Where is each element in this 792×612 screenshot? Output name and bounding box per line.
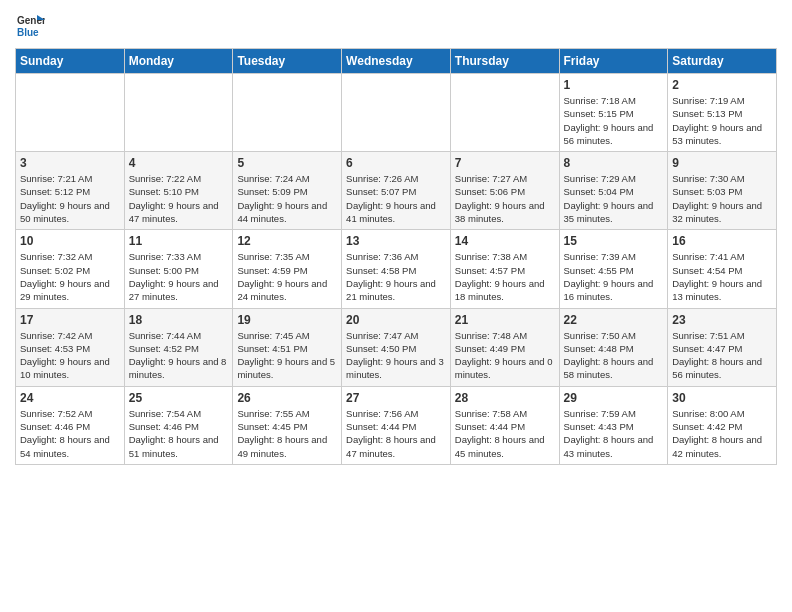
calendar-cell: 2Sunrise: 7:19 AMSunset: 5:13 PMDaylight…: [668, 74, 777, 152]
day-info: Sunrise: 7:59 AMSunset: 4:43 PMDaylight:…: [564, 407, 664, 460]
day-info: Sunrise: 7:38 AMSunset: 4:57 PMDaylight:…: [455, 250, 555, 303]
svg-text:General: General: [17, 15, 45, 26]
day-info: Sunrise: 7:18 AMSunset: 5:15 PMDaylight:…: [564, 94, 664, 147]
calendar-cell: [342, 74, 451, 152]
calendar-cell: [124, 74, 233, 152]
calendar-cell: 30Sunrise: 8:00 AMSunset: 4:42 PMDayligh…: [668, 386, 777, 464]
col-header-tuesday: Tuesday: [233, 49, 342, 74]
calendar-cell: 19Sunrise: 7:45 AMSunset: 4:51 PMDayligh…: [233, 308, 342, 386]
day-number: 12: [237, 234, 337, 248]
day-number: 7: [455, 156, 555, 170]
day-info: Sunrise: 7:50 AMSunset: 4:48 PMDaylight:…: [564, 329, 664, 382]
calendar-cell: 14Sunrise: 7:38 AMSunset: 4:57 PMDayligh…: [450, 230, 559, 308]
col-header-thursday: Thursday: [450, 49, 559, 74]
calendar-cell: 17Sunrise: 7:42 AMSunset: 4:53 PMDayligh…: [16, 308, 125, 386]
col-header-monday: Monday: [124, 49, 233, 74]
calendar-cell: 20Sunrise: 7:47 AMSunset: 4:50 PMDayligh…: [342, 308, 451, 386]
day-info: Sunrise: 7:27 AMSunset: 5:06 PMDaylight:…: [455, 172, 555, 225]
day-info: Sunrise: 7:54 AMSunset: 4:46 PMDaylight:…: [129, 407, 229, 460]
day-info: Sunrise: 7:42 AMSunset: 4:53 PMDaylight:…: [20, 329, 120, 382]
day-info: Sunrise: 7:26 AMSunset: 5:07 PMDaylight:…: [346, 172, 446, 225]
day-number: 22: [564, 313, 664, 327]
day-number: 1: [564, 78, 664, 92]
svg-text:Blue: Blue: [17, 27, 39, 38]
day-info: Sunrise: 7:19 AMSunset: 5:13 PMDaylight:…: [672, 94, 772, 147]
calendar-cell: 22Sunrise: 7:50 AMSunset: 4:48 PMDayligh…: [559, 308, 668, 386]
day-info: Sunrise: 7:36 AMSunset: 4:58 PMDaylight:…: [346, 250, 446, 303]
calendar-cell: 28Sunrise: 7:58 AMSunset: 4:44 PMDayligh…: [450, 386, 559, 464]
day-number: 20: [346, 313, 446, 327]
day-info: Sunrise: 7:30 AMSunset: 5:03 PMDaylight:…: [672, 172, 772, 225]
day-info: Sunrise: 7:47 AMSunset: 4:50 PMDaylight:…: [346, 329, 446, 382]
day-number: 18: [129, 313, 229, 327]
day-info: Sunrise: 7:24 AMSunset: 5:09 PMDaylight:…: [237, 172, 337, 225]
day-number: 9: [672, 156, 772, 170]
day-info: Sunrise: 7:39 AMSunset: 4:55 PMDaylight:…: [564, 250, 664, 303]
day-number: 5: [237, 156, 337, 170]
day-info: Sunrise: 8:00 AMSunset: 4:42 PMDaylight:…: [672, 407, 772, 460]
calendar-cell: 5Sunrise: 7:24 AMSunset: 5:09 PMDaylight…: [233, 152, 342, 230]
day-number: 26: [237, 391, 337, 405]
day-number: 28: [455, 391, 555, 405]
day-number: 8: [564, 156, 664, 170]
col-header-saturday: Saturday: [668, 49, 777, 74]
day-info: Sunrise: 7:32 AMSunset: 5:02 PMDaylight:…: [20, 250, 120, 303]
calendar-cell: 18Sunrise: 7:44 AMSunset: 4:52 PMDayligh…: [124, 308, 233, 386]
col-header-wednesday: Wednesday: [342, 49, 451, 74]
logo: General Blue: [15, 10, 49, 40]
day-info: Sunrise: 7:51 AMSunset: 4:47 PMDaylight:…: [672, 329, 772, 382]
day-info: Sunrise: 7:55 AMSunset: 4:45 PMDaylight:…: [237, 407, 337, 460]
day-info: Sunrise: 7:58 AMSunset: 4:44 PMDaylight:…: [455, 407, 555, 460]
day-number: 15: [564, 234, 664, 248]
day-number: 2: [672, 78, 772, 92]
calendar-cell: 15Sunrise: 7:39 AMSunset: 4:55 PMDayligh…: [559, 230, 668, 308]
calendar-cell: 24Sunrise: 7:52 AMSunset: 4:46 PMDayligh…: [16, 386, 125, 464]
day-number: 23: [672, 313, 772, 327]
day-number: 24: [20, 391, 120, 405]
day-info: Sunrise: 7:29 AMSunset: 5:04 PMDaylight:…: [564, 172, 664, 225]
day-number: 21: [455, 313, 555, 327]
calendar-cell: 9Sunrise: 7:30 AMSunset: 5:03 PMDaylight…: [668, 152, 777, 230]
day-number: 19: [237, 313, 337, 327]
day-number: 14: [455, 234, 555, 248]
calendar-cell: 25Sunrise: 7:54 AMSunset: 4:46 PMDayligh…: [124, 386, 233, 464]
day-info: Sunrise: 7:56 AMSunset: 4:44 PMDaylight:…: [346, 407, 446, 460]
calendar-cell: 26Sunrise: 7:55 AMSunset: 4:45 PMDayligh…: [233, 386, 342, 464]
calendar-cell: [450, 74, 559, 152]
day-number: 17: [20, 313, 120, 327]
calendar-cell: 10Sunrise: 7:32 AMSunset: 5:02 PMDayligh…: [16, 230, 125, 308]
calendar-cell: 23Sunrise: 7:51 AMSunset: 4:47 PMDayligh…: [668, 308, 777, 386]
day-info: Sunrise: 7:21 AMSunset: 5:12 PMDaylight:…: [20, 172, 120, 225]
day-info: Sunrise: 7:48 AMSunset: 4:49 PMDaylight:…: [455, 329, 555, 382]
day-info: Sunrise: 7:44 AMSunset: 4:52 PMDaylight:…: [129, 329, 229, 382]
day-info: Sunrise: 7:22 AMSunset: 5:10 PMDaylight:…: [129, 172, 229, 225]
day-number: 25: [129, 391, 229, 405]
calendar-cell: 21Sunrise: 7:48 AMSunset: 4:49 PMDayligh…: [450, 308, 559, 386]
day-number: 3: [20, 156, 120, 170]
day-info: Sunrise: 7:41 AMSunset: 4:54 PMDaylight:…: [672, 250, 772, 303]
calendar-cell: 8Sunrise: 7:29 AMSunset: 5:04 PMDaylight…: [559, 152, 668, 230]
day-number: 10: [20, 234, 120, 248]
day-number: 27: [346, 391, 446, 405]
calendar-cell: [16, 74, 125, 152]
day-number: 4: [129, 156, 229, 170]
day-number: 13: [346, 234, 446, 248]
day-info: Sunrise: 7:33 AMSunset: 5:00 PMDaylight:…: [129, 250, 229, 303]
calendar-cell: 12Sunrise: 7:35 AMSunset: 4:59 PMDayligh…: [233, 230, 342, 308]
calendar-cell: 27Sunrise: 7:56 AMSunset: 4:44 PMDayligh…: [342, 386, 451, 464]
calendar-cell: 11Sunrise: 7:33 AMSunset: 5:00 PMDayligh…: [124, 230, 233, 308]
calendar-cell: 1Sunrise: 7:18 AMSunset: 5:15 PMDaylight…: [559, 74, 668, 152]
calendar-cell: 29Sunrise: 7:59 AMSunset: 4:43 PMDayligh…: [559, 386, 668, 464]
calendar-cell: 16Sunrise: 7:41 AMSunset: 4:54 PMDayligh…: [668, 230, 777, 308]
calendar-cell: 3Sunrise: 7:21 AMSunset: 5:12 PMDaylight…: [16, 152, 125, 230]
day-info: Sunrise: 7:45 AMSunset: 4:51 PMDaylight:…: [237, 329, 337, 382]
calendar-cell: 6Sunrise: 7:26 AMSunset: 5:07 PMDaylight…: [342, 152, 451, 230]
day-info: Sunrise: 7:52 AMSunset: 4:46 PMDaylight:…: [20, 407, 120, 460]
calendar-cell: 13Sunrise: 7:36 AMSunset: 4:58 PMDayligh…: [342, 230, 451, 308]
day-info: Sunrise: 7:35 AMSunset: 4:59 PMDaylight:…: [237, 250, 337, 303]
day-number: 11: [129, 234, 229, 248]
calendar-cell: [233, 74, 342, 152]
day-number: 6: [346, 156, 446, 170]
calendar-cell: 4Sunrise: 7:22 AMSunset: 5:10 PMDaylight…: [124, 152, 233, 230]
col-header-friday: Friday: [559, 49, 668, 74]
